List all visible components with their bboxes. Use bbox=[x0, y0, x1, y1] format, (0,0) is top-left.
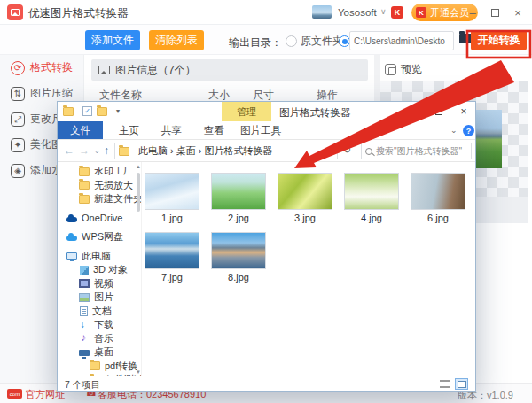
sidebar-item-icon: ⟳ bbox=[11, 61, 25, 75]
nav-up-icon[interactable]: ↑ bbox=[104, 144, 109, 157]
help-button[interactable]: ? bbox=[463, 125, 474, 136]
navigation-tree: 水印工厂 无损放大 新建文件夹 OneDrive bbox=[58, 162, 142, 377]
file-name: 7.jpg bbox=[145, 272, 200, 283]
tree-scrollbar[interactable]: ▲ ▼ bbox=[136, 164, 141, 375]
explorer-search-input[interactable]: 搜索"图片格式转换器" bbox=[361, 143, 472, 159]
tree-item-label: 视频 bbox=[94, 277, 113, 291]
tree-item[interactable]: OneDrive bbox=[58, 212, 141, 226]
breadcrumb-folder-icon bbox=[119, 147, 129, 156]
app-toolbar: 添加文件 清除列表 输出目录： 原文件夹 自定义 C:\Users\admin\… bbox=[0, 25, 532, 55]
breadcrumb[interactable]: 此电脑 › 桌面 › 图片格式转换器 bbox=[114, 143, 338, 159]
tree-item[interactable]: pdf转换 bbox=[58, 360, 141, 374]
start-convert-button[interactable]: 开始转换 bbox=[471, 30, 527, 50]
quick-access-toolbar: ✓ ▾ bbox=[63, 106, 120, 116]
user-avatar[interactable] bbox=[312, 5, 332, 19]
nav-history-icon[interactable]: ⌄ bbox=[94, 147, 100, 155]
manage-context-tab[interactable]: 管理 bbox=[222, 102, 271, 121]
file-thumbnail[interactable] bbox=[411, 173, 466, 210]
tree-item-icon bbox=[79, 167, 90, 176]
tree-item[interactable]: 图片 bbox=[58, 291, 141, 305]
file-thumbnail[interactable] bbox=[145, 232, 200, 269]
breadcrumb-dropdown-icon[interactable]: ⌄ bbox=[324, 146, 330, 154]
app-minimize-button[interactable]: – bbox=[465, 5, 481, 19]
file-item[interactable]: 6.jpg bbox=[411, 173, 466, 223]
details-view-icon[interactable] bbox=[440, 380, 450, 389]
file-item[interactable]: 4.jpg bbox=[344, 173, 399, 223]
quick-access-folder-icon[interactable] bbox=[63, 107, 74, 116]
tree-item[interactable]: 下载 bbox=[58, 318, 141, 332]
ribbon-collapse-icon[interactable]: ⌄ bbox=[450, 126, 458, 135]
tree-item-label: 下载 bbox=[94, 318, 113, 331]
quick-access-folder2-icon[interactable] bbox=[97, 107, 107, 116]
file-thumbnail[interactable] bbox=[145, 173, 200, 210]
table-column-header: 文件名称 bbox=[99, 88, 208, 103]
output-path-input[interactable]: C:\Users\admin\Deskto bbox=[349, 31, 454, 50]
sidebar-item[interactable]: ⟳ 格式转换 bbox=[0, 55, 83, 81]
file-thumbnail[interactable] bbox=[344, 173, 399, 210]
app-logo-icon bbox=[7, 4, 23, 20]
file-item[interactable]: 7.jpg bbox=[145, 232, 200, 283]
tree-item-icon bbox=[79, 279, 90, 288]
nav-back-icon[interactable]: ← bbox=[64, 144, 74, 157]
tree-item-label: 桌面 bbox=[94, 345, 113, 359]
explorer-statusbar: 7 个项目 bbox=[58, 376, 475, 391]
breadcrumb-path[interactable]: 此电脑 › 桌面 › 图片格式转换器 bbox=[138, 144, 273, 158]
tree-item-icon bbox=[79, 181, 90, 190]
file-thumbnail[interactable] bbox=[211, 173, 266, 210]
tree-item[interactable]: 新建文件夹 bbox=[58, 192, 141, 206]
brand-badge-icon: K bbox=[391, 6, 403, 19]
scroll-down-icon[interactable]: ▼ bbox=[136, 369, 141, 375]
file-thumbnail[interactable] bbox=[278, 173, 332, 210]
ribbon-tab[interactable]: 文件 bbox=[58, 121, 103, 139]
clear-list-button[interactable]: 清除列表 bbox=[149, 30, 204, 50]
preview-title: 预览 bbox=[401, 62, 422, 77]
account-chevron-down-icon[interactable]: ∨ bbox=[380, 7, 387, 16]
ribbon-tab-bar: 文件 主页 共享 查看 图片工具 bbox=[58, 121, 475, 140]
refresh-icon[interactable]: ↻ bbox=[343, 144, 351, 156]
tree-item-icon bbox=[66, 217, 77, 222]
explorer-close-button[interactable]: × bbox=[451, 102, 476, 121]
tree-item[interactable]: 此电脑 bbox=[58, 250, 141, 264]
explorer-maximize-button[interactable] bbox=[426, 102, 451, 121]
vip-badge-icon: K bbox=[416, 7, 426, 18]
radio-source-folder[interactable]: 原文件夹 bbox=[286, 34, 343, 49]
add-files-button[interactable]: 添加文件 bbox=[85, 30, 140, 50]
tree-item[interactable]: 无损放大 bbox=[58, 179, 141, 193]
explorer-minimize-button[interactable]: – bbox=[400, 102, 425, 121]
file-item[interactable]: 3.jpg bbox=[278, 173, 332, 223]
table-column-header: 大小 bbox=[208, 88, 253, 103]
file-thumbnail[interactable] bbox=[211, 232, 266, 269]
ribbon-tab[interactable]: 查看 bbox=[198, 121, 231, 139]
file-item[interactable]: 1.jpg bbox=[145, 173, 200, 223]
preview-icon bbox=[385, 64, 396, 75]
tree-item-label: 文档 bbox=[92, 305, 112, 318]
tree-item[interactable]: 音乐 bbox=[58, 332, 141, 346]
quick-access-check-icon[interactable]: ✓ bbox=[82, 106, 92, 116]
tree-item[interactable]: 视频 bbox=[58, 277, 141, 291]
ribbon-tab[interactable]: 主页 bbox=[113, 121, 145, 139]
app-maximize-button[interactable] bbox=[487, 5, 503, 19]
ribbon-tab[interactable]: 共享 bbox=[155, 121, 188, 139]
nav-forward-icon[interactable]: → bbox=[79, 144, 90, 157]
account-name[interactable]: Yososoft bbox=[338, 7, 377, 18]
tree-item-label: OneDrive bbox=[82, 213, 122, 223]
quick-access-dropdown-icon[interactable]: ▾ bbox=[116, 107, 120, 115]
tree-item-icon bbox=[79, 350, 90, 356]
scroll-up-icon[interactable]: ▲ bbox=[136, 164, 141, 169]
thumbnail-view-icon[interactable] bbox=[455, 378, 468, 390]
sidebar-item-icon: ⇅ bbox=[11, 87, 25, 101]
tree-item[interactable]: 水印工厂 bbox=[58, 165, 141, 179]
app-close-button[interactable]: × bbox=[510, 5, 526, 19]
sidebar-item-icon: ◈ bbox=[11, 164, 25, 178]
output-dir-label: 输出目录： bbox=[229, 35, 282, 50]
scroll-thumb[interactable] bbox=[137, 173, 140, 212]
file-item[interactable]: 8.jpg bbox=[211, 232, 266, 283]
tree-item[interactable]: WPS网盘 bbox=[58, 230, 141, 244]
tree-item[interactable]: 桌面 bbox=[58, 345, 141, 360]
radio-source-icon[interactable] bbox=[286, 35, 297, 47]
ribbon-tab[interactable]: 图片工具 bbox=[234, 121, 287, 139]
file-item[interactable]: 2.jpg bbox=[211, 173, 266, 223]
tree-item[interactable]: 文档 bbox=[58, 305, 141, 319]
tree-item[interactable]: 3D 对象 bbox=[58, 263, 141, 277]
explorer-window-title: 图片格式转换器 bbox=[279, 106, 351, 120]
